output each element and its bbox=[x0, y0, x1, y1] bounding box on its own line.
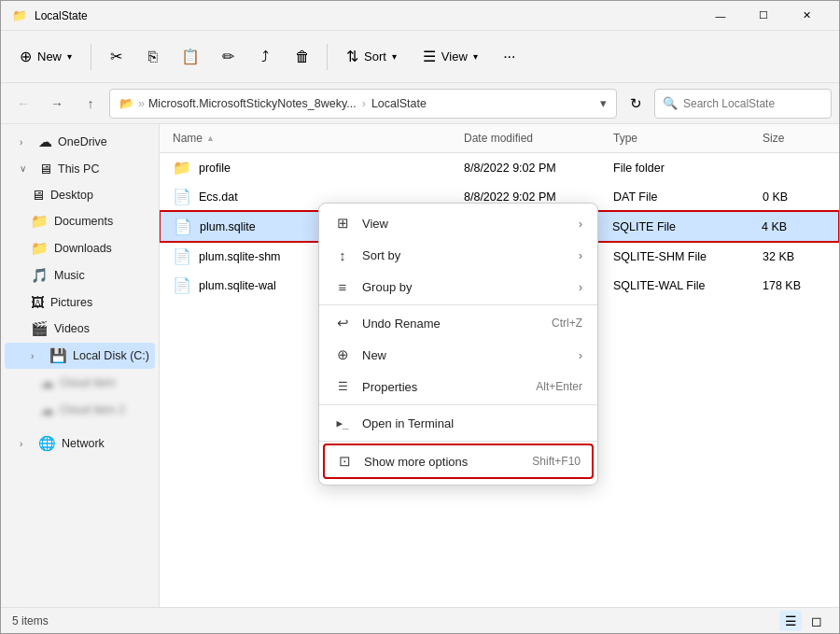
path-part-3: LocalState bbox=[371, 97, 427, 110]
file-cell-size-wal: 178 KB bbox=[757, 275, 832, 296]
col-size[interactable]: Size bbox=[757, 128, 832, 148]
sidebar: › ☁ OneDrive ∨ 🖥 This PC 🖥 Desktop 📁 Doc… bbox=[1, 124, 160, 607]
cut-button[interactable]: ✂ bbox=[99, 40, 133, 74]
col-name[interactable]: Name ▲ bbox=[167, 128, 458, 148]
sidebar-label-videos: Videos bbox=[54, 322, 90, 335]
expand-icon-onedrive: › bbox=[20, 137, 31, 148]
refresh-button[interactable]: ↻ bbox=[621, 89, 651, 119]
file-icon-ecs: 📄 bbox=[173, 188, 191, 205]
ctx-sortby-arrow: › bbox=[579, 248, 582, 262]
col-date-label: Date modified bbox=[464, 132, 533, 145]
path-dropdown-icon[interactable]: ▾ bbox=[600, 96, 607, 110]
copy-button[interactable]: ⎘ bbox=[136, 40, 170, 74]
new-button[interactable]: ⊕ New ▾ bbox=[8, 38, 83, 76]
file-cell-date-profile: 8/8/2022 9:02 PM bbox=[458, 158, 608, 178]
file-cell-type-ecs: DAT File bbox=[608, 187, 757, 207]
sidebar-item-downloads[interactable]: 📁 Downloads bbox=[5, 235, 155, 261]
new-label: New bbox=[37, 49, 62, 63]
file-icon-wal: 📄 bbox=[173, 276, 191, 294]
sidebar-item-cloud2[interactable]: ☁ Cloud item 2 bbox=[5, 397, 155, 423]
ctx-item-undo[interactable]: ↩ Undo Rename Ctrl+Z bbox=[319, 307, 597, 339]
search-input[interactable] bbox=[683, 97, 823, 110]
sidebar-label-network: Network bbox=[62, 437, 105, 450]
minimize-button[interactable]: — bbox=[699, 1, 742, 31]
ctx-item-terminal[interactable]: ▶_ Open in Terminal bbox=[319, 407, 597, 439]
ctx-view-label: View bbox=[362, 217, 560, 231]
file-cell-type-shm: SQLITE-SHM File bbox=[608, 247, 757, 267]
desktop-icon: 🖥 bbox=[31, 187, 45, 203]
paste-button[interactable]: 📋 bbox=[174, 40, 207, 74]
sidebar-item-documents[interactable]: 📁 Documents bbox=[5, 208, 155, 234]
close-button[interactable]: ✕ bbox=[785, 1, 828, 31]
path-sep-2: › bbox=[362, 97, 366, 110]
title-bar-icon: 📁 bbox=[12, 8, 27, 23]
delete-button[interactable]: 🗑 bbox=[286, 40, 319, 74]
ctx-item-properties[interactable]: ☰ Properties Alt+Enter bbox=[319, 371, 597, 402]
sidebar-item-videos[interactable]: 🎬 Videos bbox=[5, 316, 155, 342]
sort-button[interactable]: ⇅ Sort ▾ bbox=[335, 38, 408, 76]
window-controls: — ☐ ✕ bbox=[699, 1, 828, 31]
pictures-icon: 🖼 bbox=[31, 294, 45, 310]
ctx-properties-label: Properties bbox=[362, 380, 525, 394]
sidebar-item-localdisk[interactable]: › 💾 Local Disk (C:) bbox=[5, 343, 155, 369]
maximize-button[interactable]: ☐ bbox=[742, 1, 785, 31]
view-button[interactable]: ☰ View ▾ bbox=[412, 38, 489, 76]
sidebar-label-downloads: Downloads bbox=[54, 242, 112, 255]
grid-view-button[interactable]: ◻ bbox=[805, 611, 828, 631]
ctx-item-sortby[interactable]: ↕ Sort by › bbox=[319, 239, 597, 271]
sidebar-item-thispc[interactable]: ∨ 🖥 This PC bbox=[5, 156, 155, 181]
sidebar-item-pictures[interactable]: 🖼 Pictures bbox=[5, 289, 155, 315]
expand-icon-localdisk: › bbox=[31, 351, 42, 361]
file-cell-name-profile: 📁 profile bbox=[167, 155, 458, 180]
share-button[interactable]: ⤴ bbox=[248, 40, 282, 74]
status-view-controls: ☰ ◻ bbox=[779, 611, 828, 631]
col-sort-icon: ▲ bbox=[206, 134, 215, 143]
more-button[interactable]: ··· bbox=[493, 40, 526, 74]
status-item-count: 5 items bbox=[12, 614, 49, 627]
ctx-item-showmore[interactable]: ⊡ Show more options Shift+F10 bbox=[323, 444, 594, 479]
col-type[interactable]: Type bbox=[608, 128, 757, 148]
sidebar-item-cloud1[interactable]: ☁ Cloud item bbox=[5, 370, 155, 396]
file-row-profile[interactable]: 📁 profile 8/8/2022 9:02 PM File folder bbox=[160, 153, 839, 182]
localdisk-icon: 💾 bbox=[49, 347, 67, 364]
search-icon: 🔍 bbox=[663, 96, 678, 110]
sidebar-item-network[interactable]: › 🌐 Network bbox=[5, 430, 155, 457]
network-icon: 🌐 bbox=[38, 435, 56, 452]
ctx-item-view[interactable]: ⊞ View › bbox=[319, 207, 597, 239]
ctx-new-label: New bbox=[362, 348, 560, 362]
sort-icon: ⇅ bbox=[346, 48, 358, 65]
sidebar-item-desktop[interactable]: 🖥 Desktop bbox=[5, 182, 155, 207]
file-cell-size-ecs: 0 KB bbox=[757, 187, 832, 207]
ctx-properties-icon: ☰ bbox=[334, 378, 351, 395]
ctx-item-groupby[interactable]: ≡ Group by › bbox=[319, 271, 597, 303]
expand-icon-thispc: ∨ bbox=[20, 163, 31, 174]
col-type-label: Type bbox=[613, 132, 637, 145]
sidebar-item-onedrive[interactable]: › ☁ OneDrive bbox=[5, 129, 155, 155]
search-box: 🔍 bbox=[654, 89, 832, 119]
forward-button[interactable]: → bbox=[42, 89, 72, 119]
file-icon-plum: 📄 bbox=[174, 218, 192, 235]
back-button[interactable]: ← bbox=[8, 89, 38, 119]
new-icon: ⊕ bbox=[20, 48, 32, 65]
window: 📁 LocalState — ☐ ✕ ⊕ New ▾ ✂ ⎘ 📋 ✏ ⤴ 🗑 ⇅… bbox=[0, 0, 840, 634]
status-bar: 5 items ☰ ◻ bbox=[1, 607, 839, 633]
up-button[interactable]: ↑ bbox=[76, 89, 105, 119]
address-path[interactable]: 📂 » Microsoft.MicrosoftStickyNotes_8weky… bbox=[109, 89, 617, 119]
ctx-showmore-icon: ⊡ bbox=[336, 453, 353, 470]
rename-button[interactable]: ✏ bbox=[211, 40, 245, 74]
view-label: View bbox=[441, 49, 468, 63]
toolbar: ⊕ New ▾ ✂ ⎘ 📋 ✏ ⤴ 🗑 ⇅ Sort ▾ ☰ View ▾ ··… bbox=[1, 31, 839, 83]
main-content: › ☁ OneDrive ∨ 🖥 This PC 🖥 Desktop 📁 Doc… bbox=[1, 124, 839, 607]
ctx-item-new[interactable]: ⊕ New › bbox=[319, 339, 597, 371]
list-view-button[interactable]: ☰ bbox=[779, 611, 802, 631]
sidebar-item-music[interactable]: 🎵 Music bbox=[5, 262, 155, 289]
ctx-divider-2 bbox=[319, 404, 597, 405]
sidebar-label-thispc: This PC bbox=[58, 162, 99, 176]
ctx-groupby-arrow: › bbox=[579, 280, 582, 294]
file-cell-type-plum: SQLITE File bbox=[607, 217, 756, 237]
sidebar-label-desktop: Desktop bbox=[50, 189, 93, 202]
view-dropdown-icon: ▾ bbox=[473, 51, 478, 62]
col-date[interactable]: Date modified bbox=[458, 128, 608, 148]
sidebar-label-cloud1: Cloud item bbox=[60, 376, 116, 389]
file-name-ecs: Ecs.dat bbox=[199, 190, 238, 204]
